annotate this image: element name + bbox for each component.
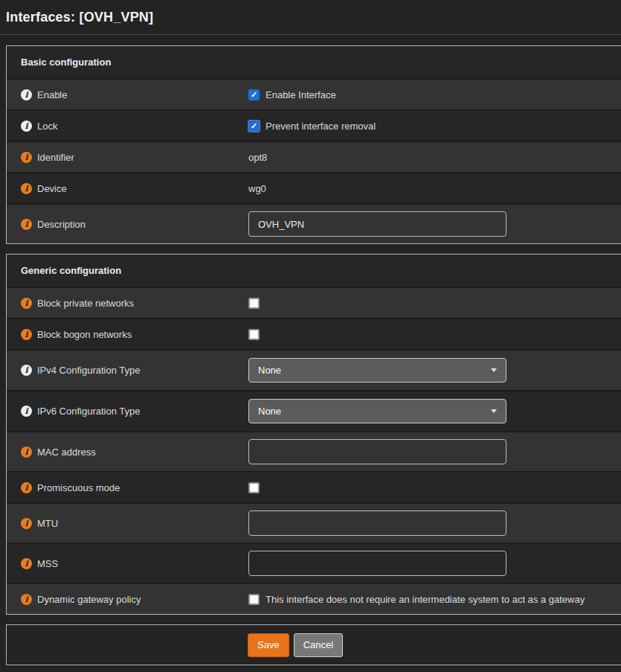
form-row-dynamic-gateway-policy: iDynamic gateway policyThis interface do… (7, 583, 621, 614)
save-button[interactable]: Save (248, 633, 289, 657)
description-input[interactable] (248, 211, 506, 237)
cancel-button[interactable]: Cancel (294, 633, 343, 657)
form-row-mss: iMSS (7, 543, 621, 583)
form-row-description: iDescription (7, 203, 621, 243)
form-row-lock: iLock✓Prevent interface removal (7, 109, 621, 141)
info-circle-icon[interactable]: i (21, 121, 32, 132)
row-label: MTU (37, 518, 58, 529)
form-row-identifier: iIdentifieropt8 (7, 141, 621, 172)
block-bogon-networks-checkbox[interactable] (248, 329, 260, 340)
checkbox-label: Enable Interface (266, 89, 336, 100)
info-circle-icon[interactable]: i (21, 518, 32, 529)
lock-checkbox[interactable]: ✓ (248, 121, 260, 132)
form-row-mtu: iMTU (7, 502, 621, 543)
info-circle-icon[interactable]: i (21, 406, 32, 417)
info-circle-icon[interactable]: i (21, 183, 32, 194)
form-row-mac-address: iMAC address (7, 431, 621, 471)
footer-panel: Save Cancel (6, 624, 621, 665)
promiscuous-mode-checkbox[interactable] (248, 482, 260, 493)
row-label: Description (37, 219, 86, 230)
info-circle-icon[interactable]: i (21, 558, 32, 569)
chevron-down-icon (491, 409, 497, 413)
form-row-device: iDevicewg0 (7, 172, 621, 203)
form-row-enable: iEnable✓Enable Interface (7, 78, 621, 109)
row-label: IPv4 Configuration Type (37, 365, 141, 376)
device-value: wg0 (248, 183, 266, 194)
row-label: Promiscuous mode (37, 482, 120, 493)
info-circle-icon[interactable]: i (21, 365, 32, 376)
info-circle-icon[interactable]: i (21, 447, 32, 458)
info-circle-icon[interactable]: i (21, 594, 32, 605)
row-label: Block bogon networks (37, 329, 132, 340)
row-label: Dynamic gateway policy (37, 594, 141, 605)
ipv6-configuration-type-select[interactable]: None (248, 399, 506, 423)
info-circle-icon[interactable]: i (21, 329, 32, 340)
dynamic-gateway-policy-checkbox[interactable] (248, 594, 260, 605)
checkbox-label: This interface does not require an inter… (266, 594, 585, 605)
block-private-networks-checkbox[interactable] (248, 298, 260, 309)
form-row-block-bogon-networks: iBlock bogon networks (7, 318, 621, 349)
form-row-block-private-networks: iBlock private networks (7, 287, 621, 318)
row-label: Lock (37, 121, 57, 132)
row-label: MSS (37, 558, 58, 569)
ipv4-configuration-type-select[interactable]: None (248, 358, 506, 383)
page-title: Interfaces: [OVH_VPN] (0, 0, 621, 25)
checkbox-label: Prevent interface removal (266, 121, 376, 132)
info-circle-icon[interactable]: i (21, 152, 32, 163)
select-value: None (258, 406, 281, 417)
form-row-ipv4-configuration-type: iIPv4 Configuration TypeNone (7, 349, 621, 390)
panel-generic-configuration: Generic configurationiBlock private netw… (6, 254, 621, 615)
row-label: Device (37, 183, 67, 194)
select-value: None (258, 365, 281, 376)
info-circle-icon[interactable]: i (21, 89, 32, 100)
row-label: Identifier (37, 152, 74, 163)
chevron-down-icon (491, 368, 497, 372)
mac-address-input[interactable] (248, 439, 506, 464)
identifier-value: opt8 (248, 152, 267, 163)
info-circle-icon[interactable]: i (21, 219, 32, 230)
row-label: IPv6 Configuration Type (37, 406, 141, 417)
form-row-promiscuous-mode: iPromiscuous mode (7, 471, 621, 502)
title-divider (0, 34, 621, 35)
row-label: Block private networks (37, 298, 134, 309)
row-label: MAC address (37, 447, 96, 458)
panel-title: Basic configuration (7, 46, 621, 78)
form-row-ipv6-configuration-type: iIPv6 Configuration TypeNone (7, 390, 621, 431)
mss-input[interactable] (248, 551, 506, 576)
info-circle-icon[interactable]: i (21, 482, 32, 493)
enable-checkbox[interactable]: ✓ (248, 89, 260, 100)
mtu-input[interactable] (248, 511, 506, 536)
row-label: Enable (37, 89, 67, 100)
info-circle-icon[interactable]: i (21, 298, 32, 309)
form-panels: Basic configurationiEnable✓Enable Interf… (0, 45, 621, 615)
panel-basic-configuration: Basic configurationiEnable✓Enable Interf… (6, 45, 621, 244)
panel-title: Generic configuration (7, 255, 621, 287)
